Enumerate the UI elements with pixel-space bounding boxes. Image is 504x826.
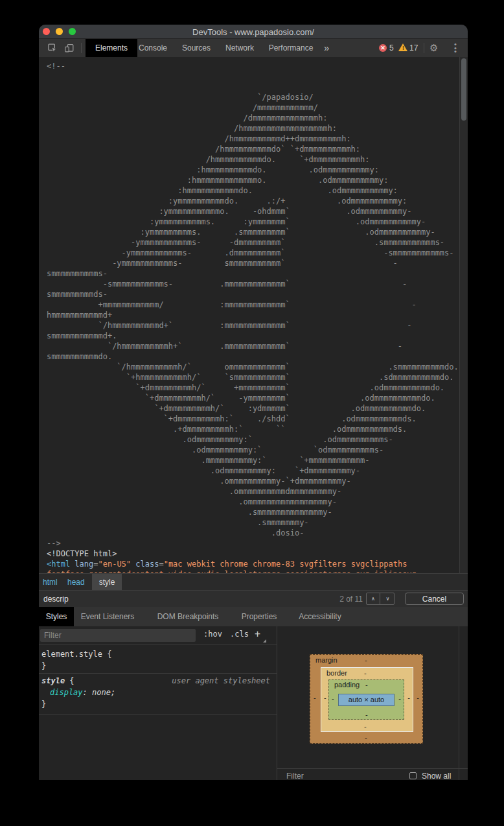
warning-bang: ! (402, 45, 404, 51)
device-toolbar-icon[interactable] (65, 43, 74, 53)
error-count[interactable]: 5 (389, 43, 394, 53)
show-all-label: Show all (422, 772, 451, 780)
breadcrumb-style[interactable]: style (92, 574, 122, 591)
box-model-border[interactable]: border - - - - padding - - - - auto × au… (321, 667, 413, 732)
window-title: DevTools - www.papadosio.com/ (39, 27, 468, 37)
margin-bottom-value[interactable]: - (365, 734, 367, 742)
elements-scrollbar-track[interactable] (459, 57, 468, 573)
html-attr-name[interactable]: class (135, 560, 159, 569)
tab-properties[interactable]: Properties (233, 607, 285, 626)
padding-right-value[interactable]: - (398, 694, 401, 702)
html-attr-value[interactable]: "en-US" (98, 560, 132, 569)
warning-count[interactable]: 17 (409, 43, 418, 53)
elements-tree[interactable]: <!-- `/papadosio/ /mmmmmmmmmmmm/ /dmmmmm… (39, 57, 460, 573)
border-right-value[interactable]: - (407, 694, 410, 702)
menu-kebab-icon[interactable]: ••• (454, 43, 457, 54)
tab-accessibility[interactable]: Accessibility (290, 607, 350, 626)
breadcrumb-head[interactable]: head (67, 574, 85, 591)
dom-tree-source: <!-- `/papadosio/ /mmmmmmmmmmmm/ /dmmmmm… (39, 57, 460, 573)
tab-event-listeners[interactable]: Event Listeners (76, 607, 139, 626)
search-previous-button[interactable]: ∧ (367, 593, 380, 604)
tab-dom-breakpoints[interactable]: DOM Breakpoints (152, 607, 223, 626)
html-attr-value[interactable]: "mac webkit chrome chrome-83 svgfilters … (164, 560, 407, 569)
tab-console[interactable]: Console (132, 39, 174, 57)
search-match-count: 2 of 11 (339, 591, 363, 608)
search-next-button[interactable]: ∨ (381, 593, 395, 604)
box-model-content[interactable]: auto × auto (338, 694, 395, 706)
html-attr-eq[interactable]: = (93, 560, 98, 569)
box-model-padding[interactable]: padding - - - - auto × auto (328, 679, 404, 720)
html-tag-name[interactable]: <html (47, 560, 70, 569)
tab-styles[interactable]: Styles (39, 607, 74, 626)
breadcrumb: html head style (39, 573, 468, 590)
toggle-hover-state-button[interactable]: :hov (203, 630, 222, 639)
padding-left-value[interactable]: - (332, 694, 334, 702)
toolbar-separator-right (424, 43, 424, 53)
margin-right-value[interactable]: - (417, 694, 419, 702)
style-rule-element[interactable]: element.style { } (39, 648, 277, 674)
search-nav-group: ∧ ∨ (366, 593, 395, 605)
padding-top-value[interactable]: - (365, 681, 368, 689)
toolbar-separator (81, 43, 82, 53)
padding-label: padding (334, 681, 360, 689)
styles-filter-input[interactable]: Filter (40, 629, 196, 642)
title-bar: DevTools - www.papadosio.com/ (39, 25, 468, 39)
devtools-window: DevTools - www.papadosio.com/ Elements C… (39, 25, 468, 780)
css-property-display[interactable]: display: none; (39, 686, 277, 698)
computed-scrollbar-track (459, 626, 459, 780)
elements-scrollbar-thumb[interactable] (461, 58, 466, 121)
styles-filter-row: Filter :hov .cls + (39, 626, 277, 644)
tab-network[interactable]: Network (219, 39, 260, 57)
computed-filter-placeholder[interactable]: Filter (286, 772, 304, 780)
computed-pane: margin - - - - border - - - - padding - … (277, 626, 468, 780)
stylesheet-origin: user agent stylesheet (172, 676, 270, 686)
cancel-button[interactable]: Cancel (405, 593, 464, 605)
styles-filter-placeholder: Filter (44, 631, 62, 640)
tab-sources[interactable]: Sources (176, 39, 216, 57)
search-input[interactable]: descrip (43, 591, 69, 608)
new-style-rule-button[interactable]: + (255, 628, 260, 640)
breadcrumb-html[interactable]: html (43, 574, 58, 591)
border-left-value[interactable]: - (324, 694, 326, 702)
settings-gear-icon[interactable]: ⚙ (430, 42, 438, 54)
margin-label: margin (315, 656, 338, 664)
ascii-art-comment[interactable]: <!-- `/papadosio/ /mmmmmmmmmmmm/ /dmmmmm… (47, 62, 459, 548)
style-rule-user-agent[interactable]: user agent stylesheet style { display: n… (39, 674, 277, 714)
margin-top-value[interactable]: - (365, 656, 367, 664)
tab-elements[interactable]: Elements (86, 39, 137, 57)
computed-footer: Filter Show all (277, 768, 468, 780)
tab-performance[interactable]: Performance (262, 39, 319, 57)
html-attr-eq[interactable]: = (159, 560, 163, 569)
new-style-rule-dropdown-icon (263, 639, 266, 643)
error-icon[interactable]: ✕ (379, 44, 387, 52)
find-bar: descrip 2 of 11 ∧ ∨ Cancel (39, 590, 468, 607)
more-tabs-icon[interactable]: » (324, 39, 329, 57)
border-top-value[interactable]: - (364, 669, 367, 677)
border-label: border (326, 669, 347, 677)
doctype-declaration[interactable]: <!DOCTYPE html> (47, 549, 117, 558)
html-attr-name[interactable]: lang (74, 560, 93, 569)
styles-pane: Filter :hov .cls + element.style { } use… (39, 626, 277, 780)
box-model-margin[interactable]: margin - - - - border - - - - padding - … (310, 654, 423, 744)
padding-bottom-value[interactable]: - (365, 711, 368, 718)
show-all-checkbox[interactable] (409, 772, 417, 779)
inspect-element-icon[interactable] (48, 43, 57, 53)
toggle-class-button[interactable]: .cls (230, 630, 249, 639)
devtools-toolbar: Elements Console Sources Network Perform… (39, 39, 468, 57)
margin-left-value[interactable]: - (314, 694, 316, 702)
border-bottom-value[interactable]: - (364, 722, 367, 730)
sidebar-tab-bar: Styles Event Listeners DOM Breakpoints P… (39, 607, 468, 626)
